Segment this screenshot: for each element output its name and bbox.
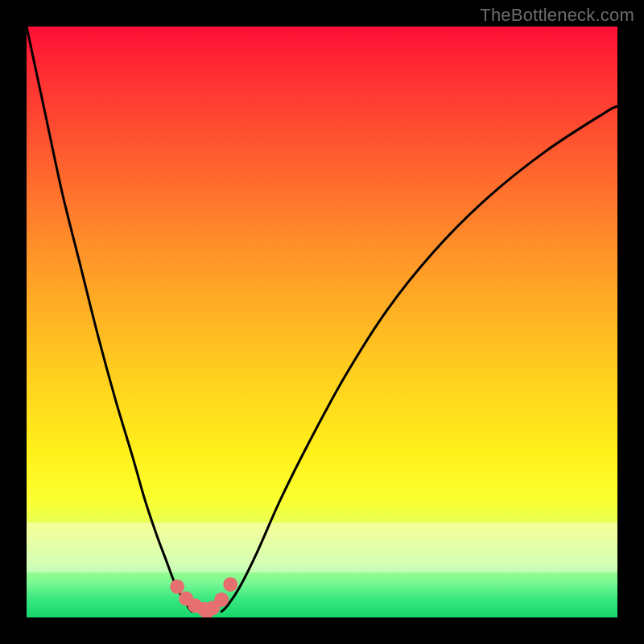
watermark-text: TheBottleneck.com (480, 5, 634, 26)
marker-dot (170, 580, 184, 594)
plot-area (27, 27, 617, 617)
chart-overlay (27, 27, 617, 617)
marker-cluster (170, 577, 237, 617)
curve-left-branch (27, 27, 192, 612)
marker-dot (214, 592, 229, 607)
curve-right-branch (221, 106, 617, 612)
chart-frame: TheBottleneck.com (0, 0, 644, 644)
marker-dot (223, 577, 237, 592)
